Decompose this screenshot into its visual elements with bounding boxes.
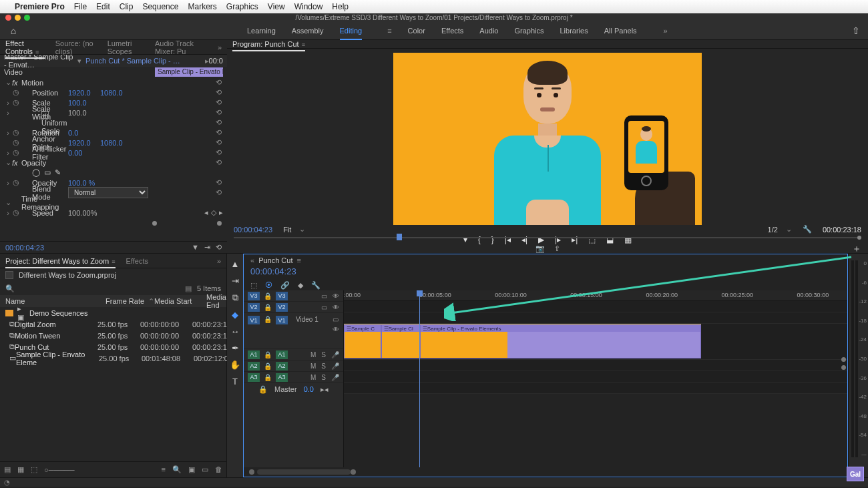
new-item-icon[interactable]: ▭ [202,465,208,474]
minimize-window-icon[interactable] [15,15,21,21]
ws-assembly[interactable]: Assembly [292,27,324,35]
col-framerate[interactable]: Frame Rate [105,297,148,305]
home-button[interactable]: ⌂ [0,25,27,36]
track-select-tool-icon[interactable]: ⇥ [232,276,239,286]
kf-next-icon[interactable]: ▸ [219,208,223,217]
ws-learning[interactable]: Learning [247,27,276,35]
program-playhead[interactable] [397,234,402,240]
ec-opacity[interactable]: 100.0 % [68,179,100,187]
icon-view-icon[interactable]: ▦ [17,465,24,474]
tab-effect-controls[interactable]: Effect Controls≡ [5,39,45,55]
scroll-handle-icon[interactable] [841,357,846,362]
ec-loop-icon[interactable]: ⟲ [216,243,222,252]
ripple-tool-icon[interactable]: ⧉ [232,292,238,303]
lock-icon[interactable]: 🔒 [264,362,272,370]
clip[interactable]: ☰ Sample Clip - Envato Elements [420,324,701,358]
panel-overflow-icon[interactable]: » [218,43,222,51]
track-header-a1[interactable]: A1🔒A1MS🎤 [244,349,343,360]
clip[interactable]: ☰ Sample C [344,324,381,358]
master-track[interactable]: 🔒Master0.0▸◂ [244,383,343,395]
panel-overflow-icon[interactable]: » [217,257,221,265]
timeline-nav-icon[interactable]: « [250,256,254,264]
menu-clip[interactable]: Clip [120,2,134,11]
sequence-tab[interactable]: Punch Cut [258,256,292,264]
fx-badge-icon[interactable]: fx [12,159,20,167]
project-list-header[interactable]: Name Frame Rate⌃ Media Start Media End [0,295,226,307]
reset-icon[interactable]: ⟲ [214,78,223,87]
reset-icon[interactable]: ⟲ [214,98,223,107]
twirl-icon[interactable]: › [4,209,12,217]
clip[interactable]: ☰ Sample Cl [381,324,420,358]
blend-mode-select[interactable]: Normal [68,187,148,198]
stopwatch-icon[interactable]: ◷ [12,208,20,217]
ec-anchor-y[interactable]: 1080.0 [100,139,132,147]
export-icon[interactable]: ⇧ [554,244,560,253]
stopwatch-icon[interactable]: ◷ [12,138,20,147]
twirl-icon[interactable]: › [4,179,12,187]
project-search-input[interactable] [20,284,180,292]
list-item[interactable]: ⧉Motion Tween25.00 fps00:00:00:0000:00:2… [0,330,226,341]
kf-prev-icon[interactable]: ◂ [204,208,208,217]
razor-tool-icon[interactable]: ◆ [232,310,238,320]
reset-icon[interactable]: ⟲ [214,118,223,127]
reset-icon[interactable]: ⟲ [214,108,223,117]
track-header-a2[interactable]: A2🔒A2MS🎤 [244,360,343,372]
pen-tool-icon[interactable]: ✒ [232,343,239,353]
lock-icon[interactable]: 🔒 [264,292,272,300]
list-item[interactable]: ▭Sample Clip - Envato Eleme25.00 fps00:0… [0,352,226,364]
add-button-icon[interactable]: ＋ [852,243,861,255]
playhead[interactable] [419,290,420,467]
program-resolution[interactable]: 1/2 [768,226,778,234]
find-icon[interactable]: 🔍 [172,465,182,474]
twirl-icon[interactable]: ⌄ [4,198,12,207]
markers-icon[interactable]: ◆ [298,281,303,290]
ec-position-y[interactable]: 1080.0 [100,89,132,97]
ws-editing[interactable]: Editing [340,27,363,35]
tab-program[interactable]: Program: Punch Cut≡ [232,40,305,48]
zoom-window-icon[interactable] [24,15,30,21]
reset-icon[interactable]: ⟲ [214,138,223,147]
track-header-v2[interactable]: V2🔒V2▭👁 [244,302,343,313]
hand-tool-icon[interactable]: ✋ [230,360,240,370]
twirl-icon[interactable]: › [4,99,12,107]
bin-icon[interactable] [5,271,13,279]
slip-tool-icon[interactable]: ↔ [231,326,240,336]
zoom-slider[interactable]: ○───── [44,466,75,474]
program-timecode[interactable]: 00:00:04:23 [234,226,272,234]
twirl-icon[interactable]: ⌄ [4,78,12,87]
ec-zoom-handles[interactable] [5,219,222,227]
tab-source[interactable]: Source: (no clips) [55,39,97,55]
stopwatch-icon[interactable]: ◷ [12,178,20,187]
linked-selection-icon[interactable]: 🔗 [280,281,290,290]
stopwatch-icon[interactable]: ◷ [12,128,20,137]
col-mediastart[interactable]: Media Start [154,297,206,305]
eye-icon[interactable]: 👁 [333,292,339,300]
toggle-output-icon[interactable]: ▭ [333,316,339,323]
solo-icon[interactable]: S [321,351,326,358]
toggle-output-icon[interactable]: ▭ [321,304,327,311]
settings-icon[interactable]: 🔧 [311,281,320,290]
scroll-handle-icon[interactable] [841,365,846,370]
menu-sequence[interactable]: Sequence [142,2,178,11]
stopwatch-icon[interactable]: ◷ [12,98,20,107]
timeline-content[interactable]: :00:00 00:00:05:00 00:00:10:00 00:00:15:… [344,290,847,467]
tab-lumetri-scopes[interactable]: Lumetri Scopes [107,39,144,55]
menu-graphics[interactable]: Graphics [226,2,258,11]
sort-icons-icon[interactable]: ≡ [162,465,166,474]
ec-opacity-section[interactable]: Opacity [20,159,68,167]
tab-menu-icon[interactable]: ≡ [112,258,115,265]
reset-icon[interactable]: ⟲ [214,128,223,137]
camera-icon[interactable]: 📷 [535,244,545,253]
lock-icon[interactable]: 🔒 [258,385,268,394]
menu-window[interactable]: Window [294,2,323,11]
eye-icon[interactable]: 👁 [333,304,339,311]
tab-effects-panel[interactable]: Effects [126,257,148,265]
snap-icon[interactable]: ⦿ [265,281,272,289]
ws-overflow-icon[interactable]: » [664,27,668,35]
ec-timecode[interactable]: 00:00:04:23 [5,244,44,252]
eye-icon[interactable]: 👁 [333,326,339,333]
tab-menu-icon[interactable]: ≡ [302,41,305,48]
close-window-icon[interactable] [5,15,11,21]
menu-help[interactable]: Help [332,2,349,11]
menu-markers[interactable]: Markers [188,2,216,11]
